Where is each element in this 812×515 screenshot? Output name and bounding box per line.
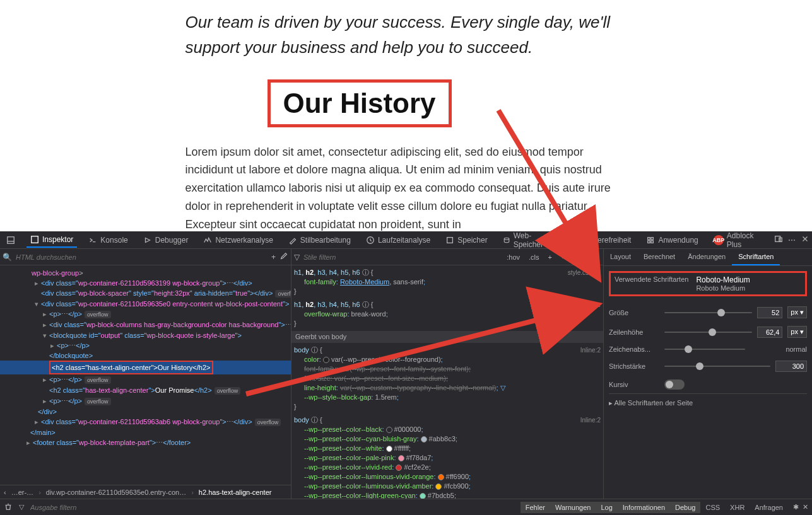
filter-icon: ▽ [294,253,300,262]
quote-text: Our team is driven by your success. Ever… [185,9,627,61]
lineheight-unit[interactable]: px ▾ [787,326,807,338]
fonts-panel: Layout Berechnet Änderungen Schriftarten… [604,249,812,499]
filter-log[interactable]: Log [596,502,617,513]
dark-theme-icon[interactable]: ◐ [574,252,585,262]
tab-layout[interactable]: Layout [604,249,637,265]
dom-search-bar: 🔍 + [0,249,291,265]
tab-berechnet[interactable]: Berechnet [637,249,681,265]
add-rule-button[interactable]: + [546,252,555,262]
tab-inspektor[interactable]: Inspektor [26,233,77,248]
all-fonts-section[interactable]: ▸ Alle Schriftarten der Seite [609,393,807,412]
tab-schriftarten[interactable]: Schriftarten [732,249,780,265]
abp-icon: ABP [714,235,724,245]
used-fonts-label: Verwendete Schriftarten [615,275,688,292]
console-filter-input[interactable] [30,504,125,511]
used-fonts-box: Verwendete Schriftarten Roboto-Medium Ro… [609,271,807,296]
letter-spacing-row: Zeichenabs... normal [609,342,807,357]
svg-point-5 [504,238,509,240]
svg-rect-10 [651,240,654,243]
add-node-button[interactable]: + [271,253,276,262]
css-rules-panel: ▽ :hov .cls + ☀ ◐ 🖨 style.css:54h1, h2, … [291,249,604,499]
webpage-viewport: Our team is driven by your success. Ever… [0,0,812,231]
italic-toggle[interactable] [664,379,685,390]
inherit-section: Geerbt von body [291,331,603,343]
tab-webspeicher[interactable]: Web-Speicher [499,229,558,252]
light-theme-icon[interactable]: ☀ [558,252,570,262]
devtools: Inspektor Konsole Debugger Netzwerkanaly… [0,231,812,515]
svg-rect-8 [651,237,654,240]
dom-breadcrumb: ‹ …er-… › div.wp-container-62110d59635e0… [0,485,291,499]
filter-warnungen[interactable]: Warnungen [550,502,596,513]
tab-debugger[interactable]: Debugger [139,233,192,247]
italic-row: Kursiv [609,376,807,393]
print-icon[interactable]: 🖨 [589,252,601,262]
breadcrumb-item[interactable]: div.wp-container-62110d59635e0.entry-con… [46,489,186,496]
breadcrumb-prev[interactable]: ‹ [4,489,6,496]
close-icon[interactable] [801,234,809,245]
breadcrumb-item-active[interactable]: h2.has-text-align-center [199,489,272,496]
weight-slider[interactable] [664,366,770,367]
more-icon[interactable]: ⋯ [788,236,796,245]
console-footer: ▽ Fehler Warnungen Log Informationen Deb… [0,499,812,515]
docked-icon[interactable] [3,233,19,247]
filter-css[interactable]: CSS [700,502,725,513]
trash-icon[interactable] [4,502,13,512]
close-console-icon[interactable]: ✕ [803,503,808,511]
svg-point-6 [573,237,575,239]
sidebar-tabs: Layout Berechnet Änderungen Schriftarten [604,249,812,266]
size-input[interactable]: 52 [757,307,782,318]
svg-rect-4 [447,237,453,243]
svg-rect-7 [648,237,650,240]
tab-laufzeit[interactable]: Laufzeitanalyse [362,233,434,247]
cls-button[interactable]: .cls [526,252,542,262]
devtools-toolbar: Inspektor Konsole Debugger Netzwerkanaly… [0,231,812,249]
css-filter-input[interactable] [303,253,500,261]
hov-button[interactable]: :hov [504,252,522,262]
tab-netzwerk[interactable]: Netzwerkanalyse [199,233,276,247]
filter-debug[interactable]: Debug [670,502,700,513]
filter-xhr[interactable]: XHR [725,502,750,513]
filter-funnel-icon: ▽ [19,503,24,511]
tab-barrierefreiheit[interactable]: Barrierefreiheit [566,233,635,247]
svg-rect-2 [32,236,38,243]
size-unit[interactable]: px ▾ [787,306,807,318]
page-heading: Our History [283,88,436,119]
filter-fehler[interactable]: Fehler [521,502,550,513]
dom-panel: 🔍 + wp-block-group> ▸<div class="wp-cont… [0,249,291,499]
tab-konsole[interactable]: Konsole [85,233,131,247]
tab-adblock[interactable]: ABPAdblock Plus [710,229,767,252]
filter-info[interactable]: Informationen [618,502,670,513]
search-icon: 🔍 [3,253,12,262]
eyedropper-icon[interactable] [279,252,288,262]
letterspacing-slider[interactable] [664,349,745,350]
filter-anfragen[interactable]: Anfragen [750,502,788,513]
font-name-primary: Roboto-Medium [696,275,750,284]
css-rules[interactable]: style.css:54h1, h2, h3, h4, h5, h6 ⓘ { f… [291,265,603,499]
line-height-row: Zeilenhöhe 62,4 px ▾ [609,322,807,342]
dom-tree[interactable]: wp-block-group> ▸<div class="wp-containe… [0,265,291,485]
selected-dom-node: <h2 class="has-text-align-center">Our Hi… [0,361,291,374]
size-slider[interactable] [664,312,752,313]
css-toolbar: ▽ :hov .cls + ☀ ◐ 🖨 [291,249,603,265]
lineheight-slider[interactable] [664,332,752,333]
breadcrumb-item[interactable]: …er-… [11,489,33,496]
tab-speicher[interactable]: Speicher [442,233,491,247]
heading-highlight-box: Our History [268,79,452,127]
font-size-row: Größe 52 px ▾ [609,303,807,322]
weight-row: Strichstärke 300 [609,357,807,376]
weight-input[interactable]: 300 [775,361,807,372]
font-name-secondary: Roboto Medium [696,284,750,292]
settings-icon[interactable]: ✱ [793,503,799,511]
responsive-icon[interactable] [774,234,783,245]
dom-search-input[interactable] [16,253,268,261]
svg-rect-0 [8,236,15,243]
tab-stilbearbeitung[interactable]: Stilbearbeitung [285,233,355,247]
tab-anwendung[interactable]: Anwendung [642,233,702,247]
tab-anderungen[interactable]: Änderungen [681,249,732,265]
letterspacing-value: normal [750,345,807,353]
svg-rect-9 [648,240,650,243]
lineheight-input[interactable]: 62,4 [757,327,782,338]
body-paragraph: Lorem ipsum dolor sit amet, consectetur … [185,143,627,231]
